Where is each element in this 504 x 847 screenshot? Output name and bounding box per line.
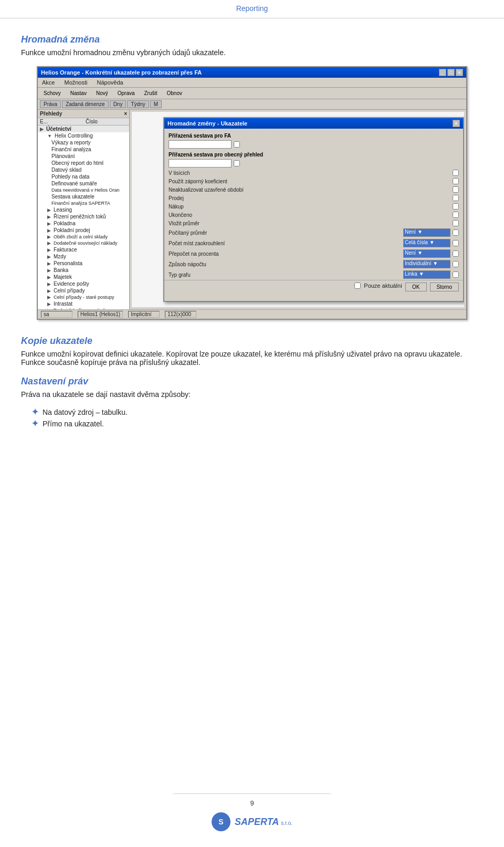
sidebar-item-fakturace[interactable]: ▶Fakturace [38, 246, 129, 253]
section1-desc: Funkce umožní hromadnou změnu vybraných … [21, 48, 483, 57]
menu-napoveda[interactable]: Nápověda [95, 79, 125, 86]
win-sidebar: Přehledy × E... Číslo ▶Účetnictví ▼Helix… [38, 110, 130, 309]
dialog-row-obecny [169, 159, 459, 168]
sidebar-item-dodatecne[interactable]: ▶Dodatečné související náklady [38, 240, 129, 246]
sidebar-item-evidence-posty[interactable]: ▶Evidence pošty [38, 280, 129, 287]
sidebar-item-ucetnictvi[interactable]: ▶Účetnictví [38, 126, 129, 132]
dialog-label-neaktualizovat: Neaktualizovat uzavřené období [169, 187, 450, 193]
dialog-title: Hromadné změny - Ukazatele [167, 120, 247, 127]
dialog-check-typ-grafu[interactable] [453, 271, 459, 278]
dialog-window: Hromadné změny - Ukazatele × Přiřazená s… [163, 117, 464, 302]
toolbar-novy[interactable]: Nový [92, 89, 112, 98]
dialog-label-typ-grafu: Typ grafu [169, 272, 401, 278]
dialog-check-nakup[interactable] [453, 203, 459, 210]
dialog-label-pouze-aktualni: Pouze aktuální [364, 283, 402, 291]
sidebar-item-datovy-sklad[interactable]: Datový sklad [38, 166, 129, 173]
dialog-obecny-input[interactable] [169, 159, 232, 168]
status-helios: Helios1 (Helios1) [78, 311, 123, 318]
sidebar-col-e: E... [38, 118, 83, 125]
win-main: Hromadné změny - Ukazatele × Přiřazená s… [130, 110, 466, 309]
section2-title: Kopie ukazatele [21, 336, 483, 347]
dialog-label-zaporny: Použít záporný koeficient [169, 179, 450, 184]
dialog-check-pocet-mist[interactable] [453, 240, 459, 246]
toolbar-nastav[interactable]: Nastav [67, 89, 90, 98]
dialog-label-prodej: Prodej [169, 195, 450, 201]
sidebar-item-intrastat[interactable]: ▶Intrastat [38, 300, 129, 307]
dialog-check-vtisicich[interactable] [453, 170, 459, 176]
sidebar-item-pokladna[interactable]: ▶Pokladna [38, 220, 129, 227]
dialog-obecny-check[interactable] [234, 160, 240, 166]
status-implicitni: Implicitní [128, 311, 160, 318]
sidebar-item-celni-stare[interactable]: ▶Celní případy - staré postupy [38, 294, 129, 300]
dialog-check-prepocet[interactable] [453, 250, 459, 257]
dialog-sel-typ-grafu[interactable]: Linka ▼ [403, 270, 450, 279]
dialog-check-zaporny[interactable] [453, 178, 459, 184]
dialog-label-vlozit: Vložit průměr [169, 221, 450, 226]
dialog-sel-pocet-mist[interactable]: Celá čísla ▼ [403, 239, 450, 247]
sidebar-item-vykazy[interactable]: Výkazy a reporty [38, 139, 129, 146]
toolbar-zrusit[interactable]: Zrušit [141, 89, 161, 98]
tab-m[interactable]: M [150, 100, 162, 108]
win-maximize-btn[interactable]: □ [447, 69, 455, 76]
dialog-check-prodej[interactable] [453, 195, 459, 201]
list-icon-2: ✦ [32, 420, 38, 428]
list-item-2: ✦ Přímo na ukazatel. [32, 420, 483, 428]
dialog-storno-btn[interactable]: Storno [430, 283, 459, 291]
sidebar-item-rizeni-penez[interactable]: ▶Řízení peněžních toků [38, 213, 129, 220]
menu-akce[interactable]: Akce [40, 79, 57, 86]
sidebar-item-sestava[interactable]: Sestava ukazatele [38, 193, 129, 200]
dialog-titlebar: Hromadné změny - Ukazatele × [164, 118, 463, 129]
status-count: 112(x)000 [165, 311, 196, 318]
sidebar-item-personalista[interactable]: ▶Personalista [38, 260, 129, 267]
dialog-check-ukonceno[interactable] [453, 212, 459, 218]
sidebar-item-financni-analyza[interactable]: Finanční analýza [38, 146, 129, 153]
dialog-row-vlozit: Vložit průměr [169, 220, 459, 226]
sidebar-item-financni-saperta[interactable]: Finanční analýza SAPERTA [38, 200, 129, 206]
tab-tydny[interactable]: Týdny [127, 100, 149, 108]
sidebar-item-data-neevidovana[interactable]: Data neevidovaná v Helios Oran [38, 187, 129, 193]
sidebar-item-pokladni-prodej[interactable]: ▶Pokladní prodej [38, 227, 129, 234]
dialog-close-btn[interactable]: × [453, 120, 460, 127]
sidebar-item-banka[interactable]: ▶Banka [38, 267, 129, 274]
dialog-check-vlozit[interactable] [453, 220, 459, 226]
dialog-check-pouze-aktualni[interactable] [354, 283, 361, 289]
sidebar-item-technicka[interactable]: ▶Technická příprava výroby [38, 307, 129, 309]
sidebar-title: Přehledy [40, 111, 62, 117]
win-close-btn[interactable]: × [456, 69, 463, 76]
sidebar-item-obecny-report[interactable]: Obecný report do html [38, 160, 129, 166]
sidebar-item-helix[interactable]: ▼Helix Controlling [38, 132, 129, 139]
dialog-check-zpusob[interactable] [453, 261, 459, 267]
win-minimize-btn[interactable]: _ [439, 69, 446, 76]
sidebar-item-obeh-zbozi[interactable]: ▶Oběh zboží a celní sklady [38, 234, 129, 240]
sidebar-item-mzdy[interactable]: ▶Mzdy [38, 253, 129, 260]
dialog-check-pocitany[interactable] [453, 229, 459, 236]
dialog-ok-btn[interactable]: OK [405, 283, 426, 291]
sidebar-close-icon[interactable]: × [124, 111, 127, 117]
sidebar-item-majetek[interactable]: ▶Majetek [38, 274, 129, 280]
toolbar-schovy[interactable]: Schovy [40, 89, 65, 98]
dialog-fa-check[interactable] [234, 141, 240, 148]
dialog-fa-input[interactable] [169, 140, 232, 149]
footer-page-num: 9 [250, 799, 254, 807]
tab-zadana-dimenze[interactable]: Zadaná dimenze [62, 100, 109, 108]
dialog-row-typ-grafu: Typ grafu Linka ▼ [169, 270, 459, 279]
dialog-sel-prepocet[interactable]: Není ▼ [403, 249, 450, 258]
menu-moznosti[interactable]: Možnosti [62, 79, 89, 86]
dialog-sel-zpusob[interactable]: Individuální ▼ [403, 260, 450, 268]
dialog-section2-label: Přiřazená sestava pro obecný přehled [169, 152, 459, 158]
sidebar-item-pohledy[interactable]: Pohledy na data [38, 173, 129, 180]
logo-name-container: SAPERTA s.r.o. [235, 817, 292, 828]
sidebar-item-celni-pripady[interactable]: ▶Celní případy [38, 287, 129, 294]
sidebar-item-definovane[interactable]: Definované sumáře [38, 180, 129, 187]
kopie-section: Kopie ukazatele Funkce umožní kopírovat … [21, 336, 483, 367]
dialog-sel-pocitany[interactable]: Není ▼ [403, 228, 450, 237]
toolbar-obnov[interactable]: Obnov [163, 89, 186, 98]
sidebar-item-leasing[interactable]: ▶Leasing [38, 206, 129, 213]
dialog-row-ukonceno: Ukončeno [169, 212, 459, 218]
tab-dny[interactable]: Dny [110, 100, 127, 108]
tab-prava[interactable]: Práva [40, 100, 61, 108]
dialog-row-prepocet: Přepočet na procenta Není ▼ [169, 249, 459, 258]
sidebar-item-planovani[interactable]: Plánování [38, 153, 129, 160]
dialog-check-neaktualizovat[interactable] [453, 186, 459, 193]
toolbar-oprava[interactable]: Oprava [114, 89, 139, 98]
